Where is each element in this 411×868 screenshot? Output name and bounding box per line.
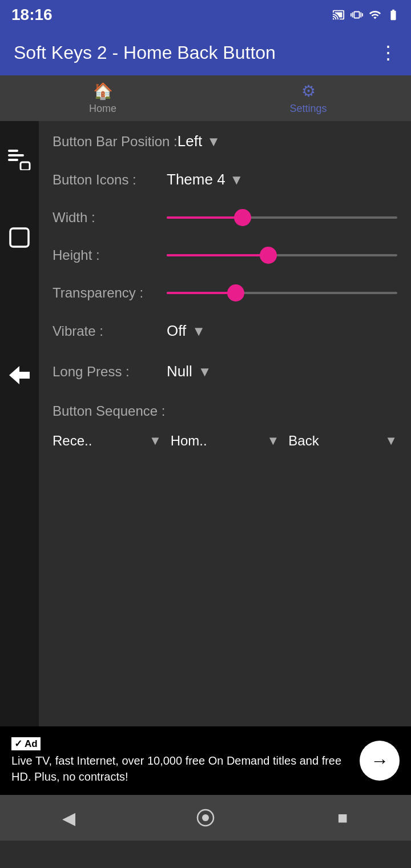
seq-btn-2-value: Hom..	[171, 433, 207, 449]
home-icon: 🏠	[93, 82, 113, 101]
app-title: Soft Keys 2 - Home Back Button	[14, 42, 276, 63]
sidebar-icon-square	[9, 227, 30, 251]
vibrate-value: Off	[167, 322, 186, 340]
long-press-arrow: ▼	[198, 364, 212, 380]
button-bar-position-dropdown[interactable]: Left ▼	[178, 132, 220, 150]
seq-btn-2-arrow: ▼	[267, 433, 280, 448]
tab-settings[interactable]: ⚙ Settings	[206, 75, 411, 121]
svg-marker-5	[9, 366, 30, 384]
button-sequence-section: Button Sequence : Rece.. ▼ Hom.. ▼ Back …	[53, 403, 397, 449]
battery-icon	[387, 9, 400, 21]
svg-point-7	[202, 814, 209, 821]
button-bar-position-arrow: ▼	[207, 134, 220, 150]
long-press-row: Long Press : Null ▼	[53, 363, 397, 380]
button-sequence-row: Rece.. ▼ Hom.. ▼ Back ▼	[53, 433, 397, 449]
status-bar: 18:16	[0, 0, 411, 30]
button-icons-dropdown[interactable]: Theme 4 ▼	[167, 171, 243, 188]
height-row: Height :	[53, 247, 397, 264]
status-icons	[332, 9, 400, 21]
height-slider[interactable]	[167, 247, 397, 264]
sequence-btn-2[interactable]: Hom.. ▼	[171, 433, 280, 449]
height-track	[167, 254, 397, 256]
tab-bar: 🏠 Home ⚙ Settings	[0, 75, 411, 121]
seq-btn-1-arrow: ▼	[149, 433, 162, 448]
transparency-label: Transparency :	[53, 285, 167, 301]
height-label: Height :	[53, 247, 167, 263]
app-menu-button[interactable]: ⋮	[379, 42, 397, 63]
button-icons-arrow: ▼	[230, 172, 244, 188]
seq-btn-1-value: Rece..	[53, 433, 92, 449]
nav-recents-button[interactable]: ■	[320, 795, 365, 841]
wifi-icon	[369, 9, 381, 21]
status-time: 18:16	[11, 6, 53, 24]
main-content: Button Bar Position : Left ▼ Button Icon…	[0, 121, 411, 726]
transparency-fill	[167, 292, 236, 294]
tab-home[interactable]: 🏠 Home	[0, 75, 206, 121]
nav-back-icon: ◀	[62, 808, 75, 828]
height-fill	[167, 254, 268, 256]
vibrate-arrow: ▼	[192, 323, 206, 339]
ad-text-container: ✓ Ad Live TV, fast Internet, over 10,000…	[11, 737, 350, 785]
sidebar-icon-back	[8, 365, 31, 388]
app-bar: Soft Keys 2 - Home Back Button ⋮	[0, 30, 411, 75]
width-track	[167, 216, 397, 219]
button-bar-position-label: Button Bar Position :	[53, 134, 178, 150]
button-sequence-label: Button Sequence :	[53, 403, 397, 419]
seq-btn-3-value: Back	[288, 433, 319, 449]
cast-icon	[332, 9, 345, 21]
svg-rect-0	[8, 150, 18, 152]
height-thumb[interactable]	[260, 247, 277, 264]
nav-home-icon	[196, 808, 215, 827]
transparency-thumb[interactable]	[227, 284, 244, 302]
long-press-value: Null	[167, 363, 192, 380]
nav-home-button[interactable]	[183, 795, 228, 841]
vibrate-row: Vibrate : Off ▼	[53, 322, 397, 340]
long-press-label: Long Press :	[53, 364, 167, 380]
svg-rect-4	[10, 228, 29, 247]
transparency-row: Transparency :	[53, 284, 397, 302]
button-icons-label: Button Icons :	[53, 172, 167, 188]
ad-text: Live TV, fast Internet, over 10,000 free…	[11, 754, 341, 783]
tab-settings-label: Settings	[289, 103, 327, 115]
bottom-nav: ◀ ■	[0, 795, 411, 841]
transparency-slider[interactable]	[167, 284, 397, 302]
sequence-btn-1[interactable]: Rece.. ▼	[53, 433, 162, 449]
svg-rect-3	[21, 162, 30, 170]
sidebar-icon-menu	[8, 150, 31, 175]
width-fill	[167, 216, 243, 219]
width-row: Width :	[53, 209, 397, 226]
width-slider[interactable]	[167, 209, 397, 226]
vibrate-label: Vibrate :	[53, 323, 167, 339]
long-press-dropdown[interactable]: Null ▼	[167, 363, 212, 380]
vibrate-dropdown[interactable]: Off ▼	[167, 322, 206, 340]
svg-rect-2	[8, 159, 18, 161]
nav-recents-icon: ■	[337, 808, 348, 827]
nav-back-button[interactable]: ◀	[46, 795, 91, 841]
button-bar-position-row: Button Bar Position : Left ▼	[53, 132, 397, 150]
settings-icon: ⚙	[301, 82, 316, 101]
vibrate-icon	[350, 9, 363, 21]
settings-panel: Button Bar Position : Left ▼ Button Icon…	[39, 121, 411, 726]
sidebar	[0, 121, 39, 726]
sequence-btn-3[interactable]: Back ▼	[288, 433, 397, 449]
ad-banner: ✓ Ad Live TV, fast Internet, over 10,000…	[0, 726, 411, 795]
ad-label: ✓ Ad	[11, 737, 41, 750]
width-label: Width :	[53, 210, 167, 226]
ad-arrow-icon: →	[370, 750, 389, 771]
tab-home-label: Home	[89, 103, 116, 115]
button-icons-value: Theme 4	[167, 171, 225, 188]
width-thumb[interactable]	[234, 209, 251, 226]
button-icons-row: Button Icons : Theme 4 ▼	[53, 171, 397, 188]
transparency-track	[167, 292, 397, 294]
svg-rect-1	[8, 154, 24, 156]
ad-arrow-button[interactable]: →	[360, 741, 400, 781]
seq-btn-3-arrow: ▼	[385, 433, 397, 448]
button-bar-position-value: Left	[178, 132, 202, 150]
